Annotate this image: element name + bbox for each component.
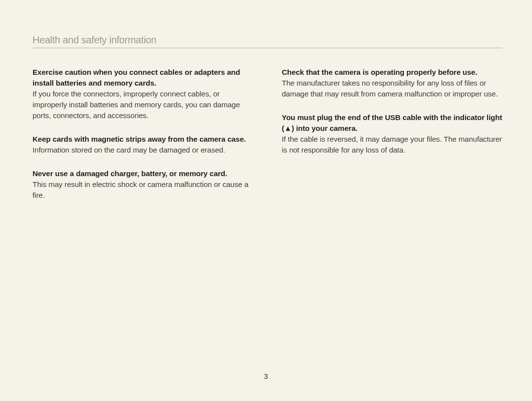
safety-section: You must plug the end of the USB cable w… — [282, 112, 502, 155]
section-heading: Never use a damaged charger, battery, or… — [33, 169, 227, 178]
section-heading: You must plug the end of the USB cable w… — [282, 113, 502, 132]
section-body: Information stored on the card may be da… — [33, 146, 225, 154]
safety-section: Exercise caution when you connect cables… — [33, 67, 253, 121]
section-heading: Keep cards with magnetic strips away fro… — [33, 135, 246, 143]
section-body: If the cable is reversed, it may damage … — [282, 135, 502, 154]
section-heading: Exercise caution when you connect cables… — [33, 68, 240, 87]
section-body: This may result in electric shock or cam… — [33, 180, 248, 199]
section-body: The manufacturer takes no responsibility… — [282, 79, 498, 98]
safety-section: Check that the camera is operating prope… — [282, 67, 502, 99]
two-column-layout: Exercise caution when you connect cables… — [33, 67, 502, 214]
section-body: If you force the connectors, improperly … — [33, 90, 240, 120]
manual-page: Health and safety information Exercise c… — [0, 0, 532, 401]
page-number: 3 — [0, 372, 532, 380]
section-heading: Check that the camera is operating prope… — [282, 68, 477, 76]
right-column: Check that the camera is operating prope… — [282, 67, 502, 214]
safety-section: Keep cards with magnetic strips away fro… — [33, 134, 253, 155]
safety-section: Never use a damaged charger, battery, or… — [33, 168, 253, 201]
left-column: Exercise caution when you connect cables… — [33, 67, 253, 214]
section-header: Health and safety information — [33, 34, 502, 48]
